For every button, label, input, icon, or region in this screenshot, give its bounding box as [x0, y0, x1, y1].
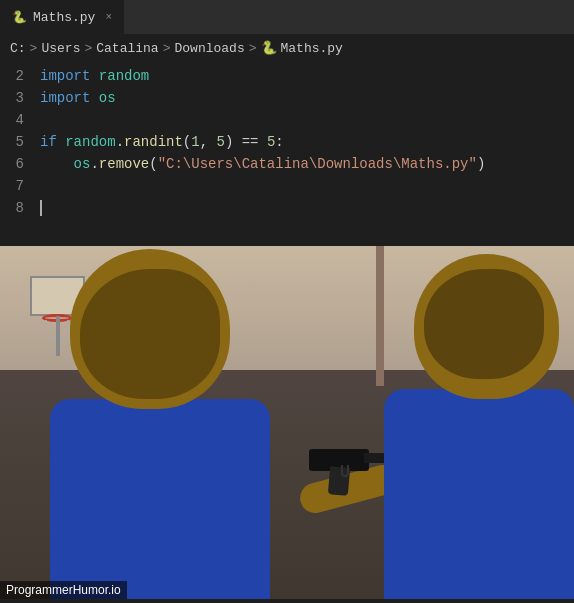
meme-photo: ProgrammerHumor.io [0, 246, 574, 599]
photo-background: ProgrammerHumor.io [0, 246, 574, 599]
code-line-8: 8 [0, 197, 574, 219]
breadcrumb-sep-4: > [249, 41, 257, 56]
breadcrumb-catalina[interactable]: Catalina [96, 41, 158, 56]
breadcrumb: C: > Users > Catalina > Downloads > 🐍 Ma… [0, 35, 574, 61]
file-tab[interactable]: 🐍 Maths.py × [0, 0, 125, 34]
gun-trigger [341, 465, 349, 477]
line-content-6: os.remove("C:\Users\Catalina\Downloads\M… [40, 153, 485, 175]
line-number-2: 2 [0, 65, 40, 87]
code-editor[interactable]: 2 import random 3 import os 4 5 if rando… [0, 61, 574, 246]
code-line-3: 3 import os [0, 87, 574, 109]
line-number-8: 8 [0, 197, 40, 219]
person-left-body [50, 399, 270, 599]
line-content-8 [40, 197, 42, 219]
code-line-6: 6 os.remove("C:\Users\Catalina\Downloads… [0, 153, 574, 175]
line-content-2: import random [40, 65, 149, 87]
code-line-5: 5 if random.randint(1, 5) == 5: [0, 131, 574, 153]
tab-filename: Maths.py [33, 10, 95, 25]
tab-close-button[interactable]: × [105, 11, 112, 23]
person-right-body [384, 389, 574, 599]
line-number-6: 6 [0, 153, 40, 175]
python-icon: 🐍 [12, 10, 27, 25]
breadcrumb-sep-1: > [30, 41, 38, 56]
person-right-face [424, 269, 544, 379]
breadcrumb-sep-3: > [163, 41, 171, 56]
breadcrumb-drive: C: [10, 41, 26, 56]
breadcrumb-file[interactable]: 🐍 Maths.py [261, 40, 343, 56]
code-line-7: 7 [0, 175, 574, 197]
breadcrumb-downloads[interactable]: Downloads [174, 41, 244, 56]
watermark: ProgrammerHumor.io [0, 581, 127, 599]
code-line-4: 4 [0, 109, 574, 131]
breadcrumb-filename: Maths.py [281, 41, 343, 56]
line-content-5: if random.randint(1, 5) == 5: [40, 131, 284, 153]
line-number-3: 3 [0, 87, 40, 109]
line-number-4: 4 [0, 109, 40, 131]
tab-bar: 🐍 Maths.py × [0, 0, 574, 35]
breadcrumb-users[interactable]: Users [41, 41, 80, 56]
person-right [374, 279, 574, 599]
person-left-face [80, 269, 220, 399]
line-number-7: 7 [0, 175, 40, 197]
code-line-2: 2 import random [0, 65, 574, 87]
person-left [20, 279, 320, 599]
file-python-icon: 🐍 [261, 40, 277, 56]
line-number-5: 5 [0, 131, 40, 153]
watermark-text: ProgrammerHumor.io [6, 583, 121, 597]
line-content-3: import os [40, 87, 116, 109]
breadcrumb-sep-2: > [84, 41, 92, 56]
person-left-head [70, 249, 230, 409]
person-right-head [414, 254, 559, 399]
